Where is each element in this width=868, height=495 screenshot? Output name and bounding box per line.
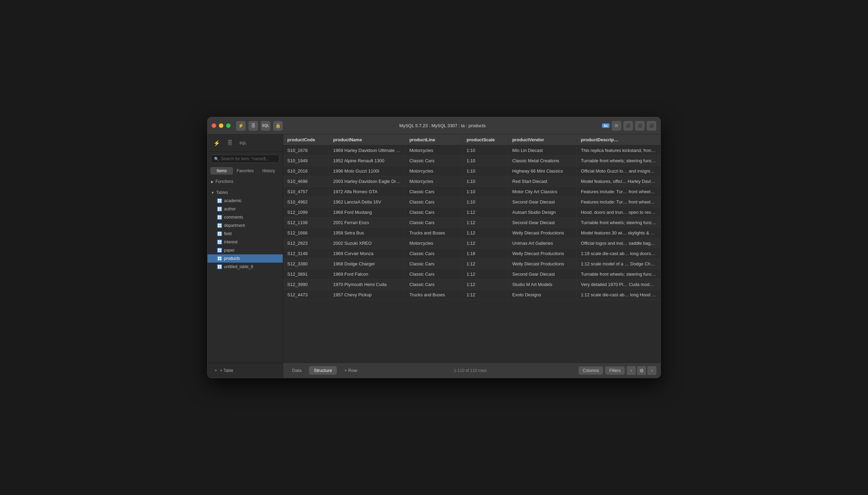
- tab-history[interactable]: History: [257, 167, 280, 175]
- cell-productname: 1969 Corvair Monza: [329, 249, 405, 259]
- col-header-productvendor[interactable]: productVendor: [508, 134, 577, 145]
- cell-productcode: S12_3891: [283, 269, 329, 279]
- cell-productscale: 1:12: [462, 238, 508, 249]
- tab-favorites[interactable]: Favorites: [234, 167, 256, 175]
- sidebar-item-paper[interactable]: paper: [208, 246, 283, 254]
- cell-productscale: 1:12: [462, 218, 508, 228]
- cell-productvendor: Red Start Diecast: [508, 176, 577, 187]
- cell-productname: 1958 Setra Bus: [329, 228, 405, 238]
- sidebar-item-comments[interactable]: comments: [208, 213, 283, 221]
- plus-icon: ＋: [214, 367, 218, 373]
- cell-productvendor: Second Gear Diecast: [508, 197, 577, 207]
- cell-productdescription: 1:12 scale model of a … Dodge Charger. H…: [577, 259, 660, 269]
- sidebar-item-author[interactable]: author: [208, 205, 283, 213]
- sidebar-item-label-products: products: [224, 256, 240, 261]
- sql-icon[interactable]: SQL: [261, 121, 270, 131]
- lock-icon[interactable]: 🔒: [273, 121, 283, 131]
- table-row[interactable]: S10_16781969 Harley Davidson Ultimate Ch…: [283, 145, 660, 156]
- lightning-icon[interactable]: ⚡: [236, 121, 246, 131]
- cell-productvendor: Second Gear Diecast: [508, 218, 577, 228]
- tab-structure[interactable]: Structure: [309, 366, 337, 375]
- tab-data[interactable]: Data: [287, 366, 306, 375]
- cell-productcode: S12_4473: [283, 290, 329, 300]
- refresh-icon[interactable]: ⟳: [612, 121, 621, 131]
- layout-icon-1[interactable]: ⬛: [623, 121, 633, 131]
- bottom-bar: Data Structure + Row 1-110 of 110 rows C…: [283, 363, 660, 378]
- tab-items[interactable]: Items: [210, 167, 233, 175]
- search-input[interactable]: [221, 156, 276, 161]
- cell-productline: Classic Cars: [405, 249, 462, 259]
- next-page-button[interactable]: ›: [647, 366, 656, 375]
- col-header-productscale[interactable]: productScale: [462, 134, 508, 145]
- sidebar-lightning-icon[interactable]: ⚡: [212, 138, 222, 148]
- sidebar-item-products[interactable]: products: [208, 254, 283, 263]
- table-row[interactable]: S12_38911969 Ford FalconClassic Cars1:12…: [283, 269, 660, 279]
- table-row[interactable]: S12_39901970 Plymouth Hemi CudaClassic C…: [283, 279, 660, 290]
- table-row[interactable]: S10_47571972 Alfa Romeo GTAClassic Cars1…: [283, 187, 660, 197]
- layout-icon-3[interactable]: ⬛: [647, 121, 656, 131]
- cell-productscale: 1:10: [462, 187, 508, 197]
- cell-productcode: S12_3148: [283, 249, 329, 259]
- cell-productcode: S12_3990: [283, 279, 329, 290]
- table-row[interactable]: S12_44731957 Chevy PickupTrucks and Buse…: [283, 290, 660, 300]
- database-icon[interactable]: 🗄: [248, 121, 258, 131]
- prev-page-button[interactable]: ‹: [627, 366, 636, 375]
- search-box[interactable]: 🔍: [211, 155, 279, 163]
- add-row-button[interactable]: + Row: [340, 366, 362, 375]
- cell-productname: 1970 Plymouth Hemi Cuda: [329, 279, 405, 290]
- cell-productcode: S12_2823: [283, 238, 329, 249]
- maximize-button[interactable]: [226, 123, 231, 128]
- functions-chevron: ▶: [211, 180, 214, 184]
- cell-productline: Classic Cars: [405, 279, 462, 290]
- table-row[interactable]: S12_28232002 Suzuki XREOMotorcycles1:12U…: [283, 238, 660, 249]
- col-header-productcode[interactable]: productCode: [283, 134, 329, 145]
- table-row[interactable]: S12_16661958 Setra BusTrucks and Buses1:…: [283, 228, 660, 238]
- table-row[interactable]: S12_10991968 Ford MustangClassic Cars1:1…: [283, 207, 660, 218]
- close-button[interactable]: [212, 123, 216, 128]
- table-icon-department: [217, 223, 222, 228]
- filters-button[interactable]: Filters: [605, 366, 625, 375]
- window-title: MySQL 5.7.23 : MySQL 3307 : ta : product…: [286, 123, 599, 128]
- table-row[interactable]: S12_11082001 Ferrari EnzoClassic Cars1:1…: [283, 218, 660, 228]
- table-row[interactable]: S12_33801968 Dodge ChargerClassic Cars1:…: [283, 259, 660, 269]
- sidebar-item-label-academic: academic: [224, 198, 242, 203]
- col-header-productdesc[interactable]: productDescrip…: [577, 134, 660, 145]
- columns-button[interactable]: Columns: [579, 366, 603, 375]
- add-table-button[interactable]: ＋ + Table: [211, 366, 279, 375]
- table-row[interactable]: S10_46982003 Harley-Davidson Eagle Drag …: [283, 176, 660, 187]
- table-row[interactable]: S12_31481969 Corvair MonzaClassic Cars1:…: [283, 249, 660, 259]
- table-row[interactable]: S10_49621962 LanciaA Delta 16VClassic Ca…: [283, 197, 660, 207]
- table-wrapper[interactable]: productCode productName productLine prod…: [283, 134, 660, 363]
- table-icon-interest: [217, 240, 222, 244]
- titlebar-left-icons: ⚡ 🗄 SQL 🔒: [236, 121, 283, 131]
- cell-productdescription: Model features 30 wi… skylights & glare …: [577, 228, 660, 238]
- titlebar: ⚡ 🗄 SQL 🔒 MySQL 5.7.23 : MySQL 3307 : ta…: [208, 117, 660, 134]
- cell-productline: Classic Cars: [405, 269, 462, 279]
- functions-section-header[interactable]: ▶ Functions: [208, 177, 283, 186]
- tables-section-header[interactable]: ▼ Tables: [208, 188, 283, 197]
- layout-icon-2[interactable]: ⬛: [635, 121, 645, 131]
- sidebar-item-label-paper: paper: [224, 248, 235, 253]
- main-window: ⚡ 🗄 SQL 🔒 MySQL 5.7.23 : MySQL 3307 : ta…: [207, 117, 661, 378]
- cell-productvendor: Motor City Art Classics: [508, 187, 577, 197]
- minimize-button[interactable]: [219, 123, 223, 128]
- col-header-productname[interactable]: productName: [329, 134, 405, 145]
- cell-productscale: 1:10: [462, 176, 508, 187]
- data-area: productCode productName productLine prod…: [283, 134, 660, 378]
- cell-productscale: 1:12: [462, 207, 508, 218]
- sidebar-database-icon[interactable]: 🗄: [225, 138, 235, 148]
- settings-button[interactable]: ⚙: [637, 366, 646, 375]
- sidebar-sql-icon[interactable]: SQL: [238, 138, 248, 148]
- sidebar-item-untitled[interactable]: untitled_table_8: [208, 263, 283, 271]
- sidebar-item-field[interactable]: field: [208, 230, 283, 238]
- table-row[interactable]: S10_19491952 Alpine Renault 1300Classic …: [283, 156, 660, 166]
- sidebar-item-label-interest: interest: [224, 240, 237, 244]
- cell-productscale: 1:10: [462, 145, 508, 156]
- sidebar-item-department[interactable]: department: [208, 221, 283, 230]
- sidebar-top-icons: ⚡ 🗄 SQL: [208, 134, 283, 152]
- row-count-label: 1-110 of 110 rows: [365, 368, 576, 373]
- col-header-productline[interactable]: productLine: [405, 134, 462, 145]
- sidebar-item-interest[interactable]: interest: [208, 238, 283, 246]
- sidebar-item-academic[interactable]: academic: [208, 197, 283, 205]
- table-row[interactable]: S10_20161996 Moto Guzzi 1100iMotorcycles…: [283, 166, 660, 176]
